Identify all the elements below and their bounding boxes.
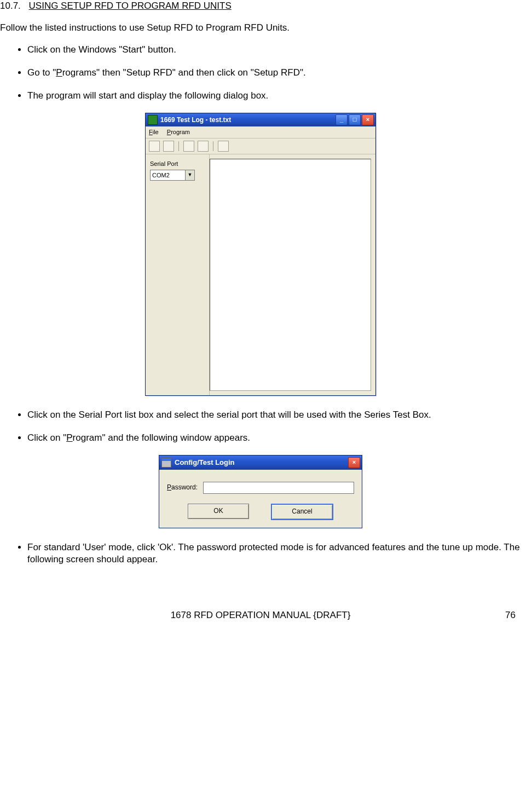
menu-program[interactable]: Program [167, 129, 190, 135]
figure-test-log-window: 1669 Test Log - test.txt _ □ × File Prog… [0, 113, 521, 395]
serial-port-label: Serial Port [150, 160, 205, 168]
list-item: Click on the Windows "Start" button. [27, 44, 521, 56]
combo-value: COM2 [151, 171, 185, 179]
client-area: Serial Port COM2 ▼ [146, 154, 375, 395]
window-title: Config/Test Login [175, 458, 348, 468]
list-item: Click on "Program" and the following win… [27, 432, 521, 444]
form-icon [161, 458, 171, 468]
list-item: Click on the Serial Port list box and se… [27, 409, 521, 421]
toolbar-button[interactable] [198, 141, 209, 152]
instruction-list-bottom: For standard 'User' mode, click 'Ok'. Th… [0, 541, 521, 566]
footer-text: 1678 RFD OPERATION MANUAL {DRAFT} [171, 610, 351, 620]
titlebar: 1669 Test Log - test.txt _ □ × [146, 113, 375, 126]
window-config-login: Config/Test Login × Password: OK Cancel [159, 455, 362, 528]
page-footer: 1678 RFD OPERATION MANUAL {DRAFT} 76 [0, 609, 521, 621]
chevron-down-icon[interactable]: ▼ [185, 170, 194, 180]
password-input[interactable] [203, 482, 354, 494]
list-item: The program will start and display the f… [27, 90, 521, 102]
toolbar [146, 139, 375, 154]
serial-port-combo[interactable]: COM2 ▼ [150, 170, 195, 181]
toolbar-separator [178, 141, 179, 151]
toolbar-button[interactable] [163, 141, 174, 152]
close-button[interactable]: × [362, 114, 374, 125]
minimize-button[interactable]: _ [336, 114, 348, 125]
instruction-list-mid: Click on the Serial Port list box and se… [0, 409, 521, 444]
section-number: 10.7. [0, 0, 21, 12]
close-button[interactable]: × [348, 457, 360, 468]
menubar: File Program [146, 126, 375, 138]
toolbar-button[interactable] [218, 141, 229, 152]
section-heading: 10.7. USING SETUP RFD TO PROGRAM RFD UNI… [0, 0, 521, 12]
window-test-log: 1669 Test Log - test.txt _ □ × File Prog… [145, 113, 376, 395]
list-item: For standard 'User' mode, click 'Ok'. Th… [27, 541, 521, 566]
figure-login-window: Config/Test Login × Password: OK Cancel [0, 455, 521, 528]
instruction-list-top: Click on the Windows "Start" button. Go … [0, 44, 521, 102]
menu-file[interactable]: File [149, 129, 159, 135]
toolbar-button[interactable] [149, 141, 160, 152]
list-item: Go to "Programs" then "Setup RFD" and th… [27, 67, 521, 79]
log-textarea[interactable] [210, 159, 371, 391]
side-panel: Serial Port COM2 ▼ [146, 154, 210, 395]
password-label: Password: [167, 483, 198, 492]
client-area: Password: OK Cancel [159, 470, 362, 528]
maximize-button[interactable]: □ [349, 114, 361, 125]
titlebar: Config/Test Login × [159, 455, 362, 470]
section-title: USING SETUP RFD TO PROGRAM RFD UNITS [29, 1, 232, 11]
app-icon [148, 115, 158, 125]
cancel-button[interactable]: Cancel [271, 504, 333, 520]
ok-button[interactable]: OK [188, 504, 249, 519]
toolbar-separator [213, 141, 213, 151]
page-number: 76 [505, 609, 516, 621]
window-title: 1669 Test Log - test.txt [160, 116, 336, 125]
intro-text: Follow the listed instructions to use Se… [0, 22, 521, 34]
toolbar-button[interactable] [183, 141, 194, 152]
